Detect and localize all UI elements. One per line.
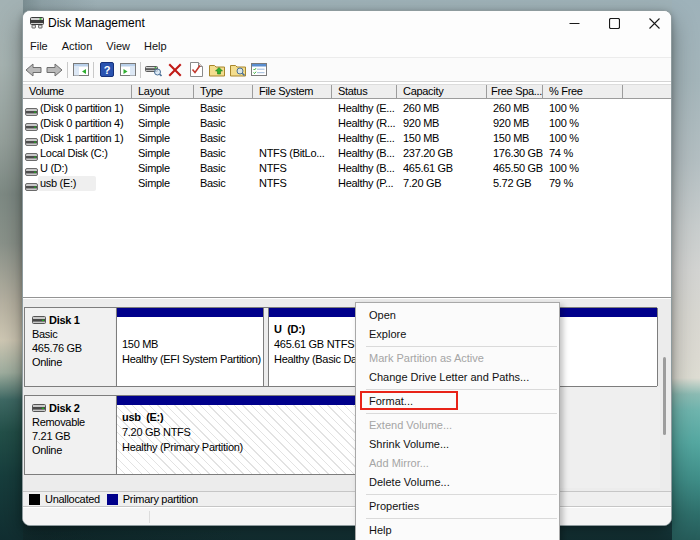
volume-drive-icon <box>25 120 38 131</box>
cell-volume: usb (E:) <box>23 176 132 191</box>
menu-separator <box>366 389 557 390</box>
volume-drive-icon <box>25 105 38 116</box>
cell-capacity: 920 MB <box>397 116 487 131</box>
cell-type: Basic <box>194 176 253 191</box>
toolbar: ? <box>23 57 671 82</box>
menu-item-extend-volume: Extend Volume... <box>356 416 559 435</box>
disk-label[interactable]: Disk 1Basic465.76 GBOnline <box>25 308 115 386</box>
disk-management-app-icon <box>30 16 44 31</box>
menu-item-help[interactable]: Help <box>356 521 559 540</box>
cell-layout: Simple <box>132 161 194 176</box>
rescan-disks-icon[interactable] <box>143 59 164 81</box>
column-header-layout[interactable]: Layout <box>132 85 194 98</box>
cell-free: 150 MB <box>487 131 543 146</box>
column-header-volume[interactable]: Volume <box>23 85 132 98</box>
statusbar <box>23 508 671 526</box>
cell-fs: NTFS (BitLo... <box>253 146 332 161</box>
cell-layout: Simple <box>132 146 194 161</box>
disk-label[interactable]: Disk 2Removable7.21 GBOnline <box>25 396 115 474</box>
toolbar-separator <box>140 62 141 78</box>
menu-item-properties[interactable]: Properties <box>356 497 559 516</box>
disk-row-1[interactable]: Disk 1Basic465.76 GBOnline150 MBHealthy … <box>24 307 657 387</box>
partition-info: 150 MBHealthy (EFI System Partition) <box>117 317 263 386</box>
cell-layout: Simple <box>132 131 194 146</box>
cell-capacity: 260 MB <box>397 101 487 116</box>
volume-drive-icon <box>25 135 38 146</box>
wallpaper-left-strip <box>0 0 23 540</box>
check-page-icon[interactable] <box>185 59 206 81</box>
maximize-button[interactable] <box>594 11 634 35</box>
disk-type: Removable <box>32 415 115 429</box>
close-button[interactable] <box>634 11 672 35</box>
cell-pfree: 100 % <box>543 161 623 176</box>
cell-free: 5.72 GB <box>487 176 543 191</box>
cell-type: Basic <box>194 101 253 116</box>
cell-capacity: 150 MB <box>397 131 487 146</box>
titlebar[interactable]: Disk Management <box>23 11 671 35</box>
cell-type: Basic <box>194 161 253 176</box>
folder-search-icon[interactable] <box>227 59 248 81</box>
cell-status: Healthy (P... <box>332 176 397 191</box>
volume-row[interactable]: usb (E:)SimpleBasicNTFSHealthy (P...7.20… <box>23 176 671 191</box>
cell-pfree: 100 % <box>543 116 623 131</box>
cell-fs <box>253 116 332 131</box>
partition-label <box>122 322 263 337</box>
menu-action[interactable]: Action <box>55 37 100 55</box>
help-icon[interactable]: ? <box>96 59 117 81</box>
menu-item-change-drive-letter-and-paths[interactable]: Change Drive Letter and Paths... <box>356 368 559 387</box>
disk-name: Disk 2 <box>49 401 80 415</box>
menu-separator <box>366 518 557 519</box>
menu-item-shrink-volume[interactable]: Shrink Volume... <box>356 435 559 454</box>
disk-name: Disk 1 <box>49 313 80 327</box>
menubar: FileActionViewHelp <box>23 35 671 57</box>
menu-separator <box>366 413 557 414</box>
volume-row[interactable]: U (D:)SimpleBasicNTFSHealthy (B...465.61… <box>23 161 671 176</box>
cell-volume: (Disk 0 partition 1) <box>23 101 132 116</box>
menu-help[interactable]: Help <box>137 37 174 55</box>
cell-status: Healthy (B... <box>332 161 397 176</box>
cell-type: Basic <box>194 116 253 131</box>
column-header-free[interactable]: Free Spa... <box>487 85 543 98</box>
properties-icon[interactable] <box>248 59 269 81</box>
volume-row[interactable]: Local Disk (C:)SimpleBasicNTFS (BitLo...… <box>23 146 671 161</box>
minimize-button[interactable] <box>554 11 594 35</box>
menu-file[interactable]: File <box>23 37 55 55</box>
menu-item-open[interactable]: Open <box>356 306 559 325</box>
menu-item-delete-volume[interactable]: Delete Volume... <box>356 473 559 492</box>
menu-separator <box>366 494 557 495</box>
wallpaper-right-strip <box>672 0 700 540</box>
scrollbar-thumb[interactable] <box>663 357 666 435</box>
volume-row[interactable]: (Disk 1 partition 1)SimpleBasicHealthy (… <box>23 131 671 146</box>
cell-free: 260 MB <box>487 101 543 116</box>
cell-capacity: 237.20 GB <box>397 146 487 161</box>
format-highlight-annotation <box>360 391 458 410</box>
cell-layout: Simple <box>132 101 194 116</box>
forward-icon[interactable] <box>44 59 65 81</box>
cell-volume: (Disk 0 partition 4) <box>23 116 132 131</box>
legend-label: Unallocated <box>45 493 100 505</box>
menu-item-explore[interactable]: Explore <box>356 325 559 344</box>
column-header-type[interactable]: Type <box>194 85 253 98</box>
partition-size: 150 MB <box>122 337 263 352</box>
cell-fs: NTFS <box>253 161 332 176</box>
legend-swatch <box>29 494 40 505</box>
delete-icon[interactable] <box>164 59 185 81</box>
disk-drive-icon <box>32 401 46 415</box>
column-header-capacity[interactable]: Capacity <box>397 85 487 98</box>
disk-size: 7.21 GB <box>32 429 115 443</box>
partition-block[interactable]: 150 MBHealthy (EFI System Partition) <box>116 308 264 386</box>
menu-view[interactable]: View <box>99 37 137 55</box>
folder-up-icon[interactable] <box>206 59 227 81</box>
volume-row[interactable]: (Disk 0 partition 4)SimpleBasicHealthy (… <box>23 116 671 131</box>
action-pane-icon[interactable] <box>117 59 138 81</box>
cell-fs <box>253 131 332 146</box>
menu-item-add-mirror: Add Mirror... <box>356 454 559 473</box>
column-header-fs[interactable]: File System <box>253 85 332 98</box>
column-header-status[interactable]: Status <box>332 85 397 98</box>
volume-row[interactable]: (Disk 0 partition 1)SimpleBasicHealthy (… <box>23 101 671 116</box>
back-icon[interactable] <box>23 59 44 81</box>
cell-status: Healthy (E... <box>332 101 397 116</box>
console-tree-icon[interactable] <box>70 59 91 81</box>
column-header-pfree[interactable]: % Free <box>543 85 623 98</box>
menu-item-mark-partition-as-active: Mark Partition as Active <box>356 349 559 368</box>
